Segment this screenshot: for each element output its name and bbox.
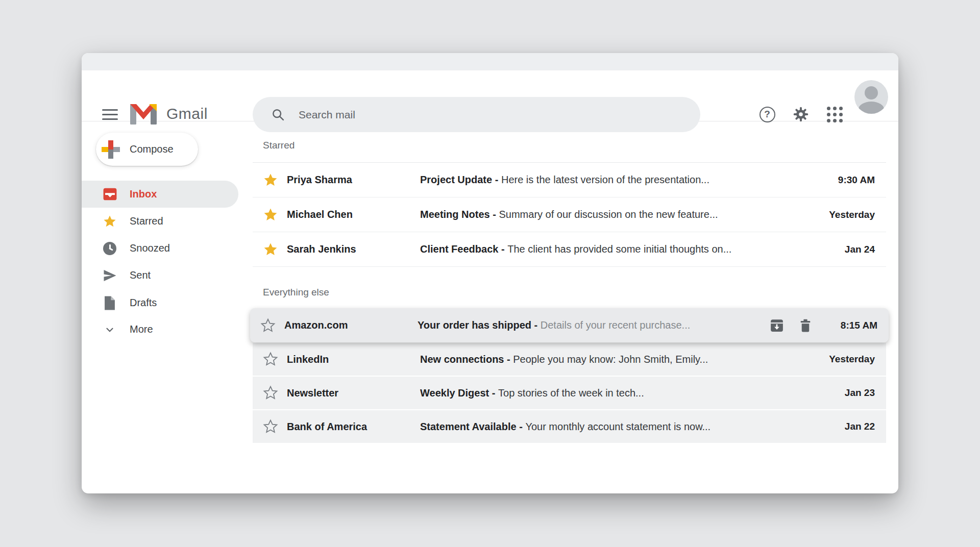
email-snippet: Top stories of the week in tech... bbox=[498, 387, 644, 399]
archive-icon[interactable] bbox=[769, 318, 785, 333]
sidebar-item-label: Starred bbox=[130, 215, 163, 227]
sidebar-item-label: Sent bbox=[130, 269, 151, 281]
email-time: 8:15 AM bbox=[826, 320, 889, 331]
star-filled-icon[interactable] bbox=[263, 172, 278, 188]
email-time: Jan 24 bbox=[824, 244, 886, 255]
email-sender: LinkedIn bbox=[287, 354, 420, 365]
email-row[interactable]: Priya Sharma Project Update - Here is th… bbox=[253, 163, 886, 197]
email-sender: Amazon.com bbox=[284, 319, 418, 331]
email-time: Jan 22 bbox=[824, 421, 886, 432]
email-subject-snippet: New connections - People you may know: J… bbox=[420, 354, 824, 365]
email-subject-snippet: Client Feedback - The client has provide… bbox=[420, 243, 824, 255]
email-snippet: Summary of our discussion on the new fea… bbox=[499, 209, 718, 220]
email-snippet: Details of your recent purchase... bbox=[541, 319, 690, 331]
star-icon bbox=[103, 214, 117, 229]
compose-label: Compose bbox=[130, 143, 174, 155]
plus-icon bbox=[102, 140, 120, 159]
star-outline-icon[interactable] bbox=[263, 419, 278, 434]
email-list: Starred Priya Sharma Project Update - He… bbox=[253, 53, 886, 493]
email-row[interactable]: Newsletter Weekly Digest - Top stories o… bbox=[253, 377, 886, 409]
email-row[interactable]: LinkedIn New connections - People you ma… bbox=[253, 343, 886, 376]
sidebar-item-drafts[interactable]: Drafts bbox=[82, 289, 238, 316]
email-sender: Newsletter bbox=[287, 387, 420, 399]
gmail-window: Gmail Search mail ? bbox=[82, 53, 898, 493]
email-snippet: The client has provided some initial tho… bbox=[507, 243, 731, 255]
clock-icon bbox=[103, 241, 117, 256]
email-snippet: People you may know: John Smith, Emily..… bbox=[513, 354, 708, 365]
email-row[interactable]: Sarah Jenkins Client Feedback - The clie… bbox=[253, 232, 886, 267]
sidebar-item-label: More bbox=[130, 324, 153, 335]
email-sender: Sarah Jenkins bbox=[287, 243, 420, 255]
email-sender: Michael Chen bbox=[287, 209, 420, 220]
gmail-wordmark: Gmail bbox=[166, 105, 208, 122]
chevron-down-icon bbox=[103, 322, 117, 337]
star-filled-icon[interactable] bbox=[263, 207, 278, 222]
section-label-starred: Starred bbox=[263, 140, 295, 151]
star-outline-icon[interactable] bbox=[263, 352, 278, 367]
email-subject-snippet: Project Update - Here is the latest vers… bbox=[420, 174, 824, 186]
sidebar-item-snoozed[interactable]: Snoozed bbox=[82, 235, 238, 262]
email-snippet: Your monthly account statement is now... bbox=[525, 421, 710, 432]
gmail-logo-icon bbox=[130, 104, 157, 125]
email-subject-snippet: Statement Available - Your monthly accou… bbox=[420, 421, 824, 433]
sidebar-item-label: Inbox bbox=[130, 188, 157, 200]
sidebar-item-sent[interactable]: Sent bbox=[82, 262, 238, 289]
hamburger-menu-icon[interactable] bbox=[100, 103, 124, 126]
email-row[interactable]: Michael Chen Meeting Notes - Summary of … bbox=[253, 197, 886, 232]
email-time: Yesterday bbox=[824, 209, 886, 220]
star-outline-icon[interactable] bbox=[260, 318, 276, 333]
sidebar-item-starred[interactable]: Starred bbox=[82, 208, 238, 235]
email-time: Jan 23 bbox=[824, 387, 886, 399]
email-time: 9:30 AM bbox=[824, 175, 886, 186]
email-sender: Priya Sharma bbox=[287, 174, 420, 186]
email-sender: Bank of America bbox=[287, 421, 420, 433]
star-outline-icon[interactable] bbox=[263, 385, 278, 401]
section-label-everything-else: Everything else bbox=[263, 287, 329, 298]
sidebar-item-label: Snoozed bbox=[130, 242, 170, 254]
inbox-icon bbox=[103, 187, 117, 202]
email-subject-snippet: Weekly Digest - Top stories of the week … bbox=[420, 387, 824, 399]
email-subject-snippet: Your order has shipped - Details of your… bbox=[418, 319, 769, 331]
email-time: Yesterday bbox=[824, 354, 886, 365]
email-row-hovered[interactable]: Amazon.com Your order has shipped - Deta… bbox=[250, 308, 889, 342]
email-subject-snippet: Meeting Notes - Summary of our discussio… bbox=[420, 209, 824, 220]
sidebar-item-label: Drafts bbox=[130, 297, 157, 309]
star-filled-icon[interactable] bbox=[263, 242, 278, 257]
trash-icon[interactable] bbox=[798, 318, 813, 333]
email-row[interactable]: Bank of America Statement Available - Yo… bbox=[253, 410, 886, 443]
sidebar-item-inbox[interactable]: Inbox bbox=[82, 181, 238, 208]
draft-icon bbox=[103, 296, 117, 310]
sidebar-item-more[interactable]: More bbox=[82, 316, 238, 343]
compose-button[interactable]: Compose bbox=[96, 133, 198, 166]
email-snippet: Here is the latest version of the presen… bbox=[501, 174, 709, 185]
send-icon bbox=[103, 268, 117, 283]
